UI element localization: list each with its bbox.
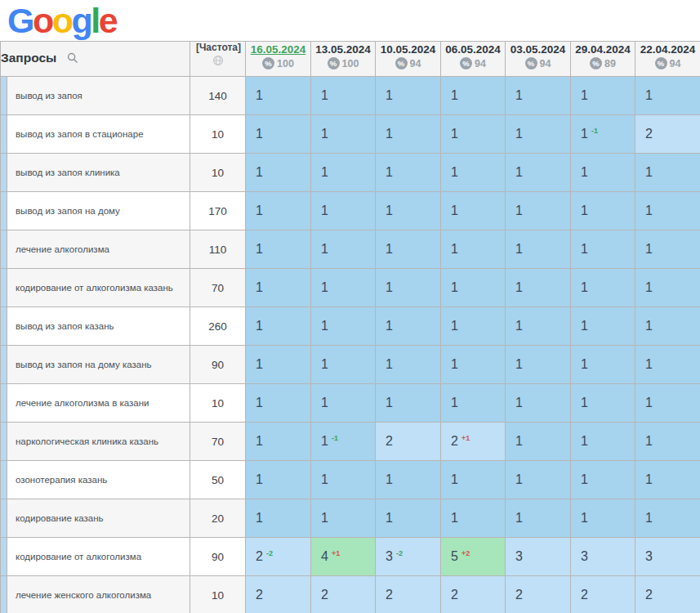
table-row: лечение женского алкоголизма102222222 [1,576,700,613]
query-cell[interactable]: вывод из запоя в стационаре [7,115,190,154]
position-cell: 1-1 [311,423,376,461]
position-cell: 1 [441,269,506,307]
position-cell: 2 [441,576,506,613]
position-value: 1 [451,165,458,179]
position-value: 1 [581,280,588,294]
position-value: 1 [386,511,393,525]
position-delta: -2 [396,549,403,557]
query-cell[interactable]: кодирование казань [7,499,190,538]
percent-icon: % [262,57,274,69]
position-value: 1 [256,357,263,371]
position-cell: 1 [311,461,376,499]
table-row: озонотерапия казань501111111 [1,461,700,499]
date-link[interactable]: 29.04.2024 [575,43,631,56]
position-value: 1 [386,204,393,217]
row-group-strip [1,269,7,307]
query-cell[interactable]: наркологическая клиника казань [7,423,190,461]
query-cell[interactable]: вывод из запоя клиника [7,154,190,192]
position-value: 1 [256,280,263,294]
position-delta: +1 [332,549,340,557]
position-value: 1 [645,396,653,409]
position-value: 1 [645,204,653,217]
position-value: 1 [386,472,393,486]
date-link[interactable]: 10.05.2024 [381,43,436,56]
logo-letter: g [72,1,91,41]
position-cell: 1 [376,346,441,384]
query-cell[interactable]: лечение женского алкоголизма [7,576,190,613]
position-cell: 1 [246,461,311,499]
position-value: 5 [451,549,458,563]
position-value: 1 [451,396,458,409]
frequency-cell: 260 [190,307,246,346]
position-value: 2 [386,588,393,602]
visibility-score: %94 [506,57,570,69]
position-value: 1 [581,357,588,371]
position-value: 1 [645,357,653,371]
position-cell: 1 [571,77,635,115]
position-cell: 1 [311,499,376,538]
table-row: вывод из запоя1401111111 [1,77,700,115]
visibility-score: %94 [376,57,440,69]
position-value: 1 [515,165,523,179]
position-cell: 1 [441,307,506,346]
search-icon[interactable] [67,52,78,66]
position-value: 2 [451,434,458,448]
position-cell: 4+1 [311,538,376,576]
position-value: 1 [645,165,653,179]
score-value: 100 [342,58,359,69]
position-cell: 1 [635,230,700,269]
position-cell: 1 [571,154,635,192]
date-link[interactable]: 13.05.2024 [315,43,371,56]
table-row: лечение алкоголизма1101111111 [1,230,700,269]
position-value: 1 [386,165,393,179]
date-link[interactable]: 22.04.2024 [640,43,696,56]
query-cell[interactable]: вывод из запоя [7,77,190,115]
row-group-strip [1,461,7,499]
position-cell: 1 [571,192,635,230]
position-cell: 1 [376,230,441,269]
query-cell[interactable]: вывод из запоя на дому казань [7,346,190,384]
query-cell[interactable]: озонотерапия казань [7,461,190,499]
position-cell: 1 [635,346,700,384]
query-cell[interactable]: лечение алкоголизма [7,230,190,269]
position-cell: 1 [246,115,311,154]
position-cell: 1 [376,307,441,346]
query-cell[interactable]: кодирование от алкоголизма [7,538,190,576]
query-cell[interactable]: лечение алкоголизма в казани [7,384,190,423]
position-cell: 2 [376,576,441,613]
score-value: 94 [410,58,421,69]
query-cell[interactable]: вывод из запоя казань [7,307,190,346]
position-cell: 1 [311,77,376,115]
logo-letter: l [91,1,98,41]
query-cell[interactable]: кодирование от алкоголизма казань [7,269,190,307]
google-logo: Google [0,0,700,41]
position-cell: 1 [506,307,571,346]
row-group-strip [1,346,7,384]
date-column-header: 16.05.2024%100 [246,42,311,77]
position-cell: 1 [376,154,441,192]
queries-column-header: Запросы [1,42,190,77]
position-cell: 2 [635,576,700,613]
position-value: 1 [321,319,328,333]
position-value: 1 [451,511,458,525]
row-group-strip [1,307,7,346]
date-link[interactable]: 03.05.2024 [511,43,566,56]
positions-table: Запросы [Частота] 16.05.2024%10013.05.20… [0,41,700,613]
position-cell: 1 [506,461,571,499]
position-cell: 2-2 [246,538,311,576]
query-cell[interactable]: вывод из запоя на дому [7,192,190,230]
position-value: 1 [645,88,653,102]
table-row: лечение алкоголизма в казани101111111 [1,384,700,423]
date-link-current[interactable]: 16.05.2024 [251,43,306,56]
position-value: 2 [645,127,653,141]
frequency-label: [Частота] [190,42,245,53]
position-cell: 1 [571,499,635,538]
position-cell: 1 [506,115,571,154]
position-delta: +1 [461,434,470,442]
date-link[interactable]: 06.05.2024 [445,43,501,56]
position-value: 1 [645,434,653,448]
position-cell: 1 [506,192,571,230]
position-value: 1 [321,396,328,409]
position-value: 1 [451,88,458,102]
position-cell: 1 [635,423,700,461]
